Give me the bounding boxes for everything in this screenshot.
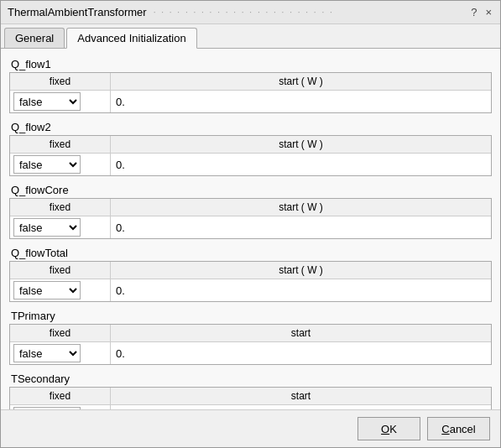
col-fixed-header-tprimary: fixed — [10, 325, 111, 341]
section-title-tprimary: TPrimary — [9, 307, 492, 324]
fixed-dropdown-q-flow2[interactable]: false true — [13, 155, 81, 174]
row-data-q-flow2: false true 0. — [10, 154, 491, 175]
cancel-button[interactable]: Cancel — [427, 417, 490, 440]
row-header-tsecondary: fixed start — [10, 388, 491, 405]
ok-underline-char: O — [381, 423, 389, 435]
title-bar-right: ? × — [469, 6, 493, 18]
start-value-q-flowtotal: 0. — [116, 284, 125, 297]
section-q-flowtotal: Q_flowTotal fixed start ( W ) false true… — [9, 244, 492, 302]
col-fixed-header-q-flow1: fixed — [10, 73, 111, 90]
ok-label-rest: K — [389, 423, 397, 435]
row-header-tprimary: fixed start — [10, 325, 491, 342]
section-title-q-flowcore: Q_flowCore — [9, 181, 492, 198]
tab-advanced-initialization[interactable]: Advanced Initialization — [66, 28, 196, 49]
section-body-tsecondary: fixed start false true 0. — [9, 387, 492, 409]
col-fixed-data-q-flowtotal: false true — [10, 279, 111, 301]
row-header-q-flowtotal: fixed start ( W ) — [10, 262, 491, 279]
col-fixed-data-q-flow1: false true — [10, 91, 111, 112]
col-start-header-tprimary: start — [111, 325, 491, 341]
col-fixed-data-tprimary: false true — [10, 342, 111, 364]
row-data-tprimary: false true 0. — [10, 342, 491, 364]
window-title: ThermalAmbientTransformer — [8, 6, 147, 18]
title-bar-left: ThermalAmbientTransformer · · · · · · · … — [8, 6, 337, 18]
section-q-flow2: Q_flow2 fixed start ( W ) false true 0. — [9, 118, 492, 176]
col-start-data-q-flow2: 0. — [111, 157, 491, 173]
section-body-q-flowtotal: fixed start ( W ) false true 0. — [9, 261, 492, 302]
col-start-data-q-flowcore: 0. — [111, 220, 491, 236]
fixed-dropdown-q-flow1[interactable]: false true — [13, 92, 81, 111]
start-value-q-flow2: 0. — [116, 159, 125, 171]
content-area: Q_flow1 fixed start ( W ) false true 0. — [1, 49, 500, 409]
fixed-dropdown-tprimary[interactable]: false true — [13, 344, 81, 362]
title-bar: ThermalAmbientTransformer · · · · · · · … — [1, 1, 500, 24]
cancel-underline-char: C — [441, 423, 449, 435]
col-fixed-header-q-flowtotal: fixed — [10, 262, 111, 279]
section-body-q-flow1: fixed start ( W ) false true 0. — [9, 72, 492, 113]
col-start-header-q-flow1: start ( W ) — [111, 73, 491, 90]
close-button[interactable]: × — [483, 6, 493, 18]
row-header-q-flow2: fixed start ( W ) — [10, 136, 491, 154]
col-fixed-header-q-flow2: fixed — [10, 136, 111, 153]
col-start-data-q-flowtotal: 0. — [111, 283, 491, 299]
section-title-tsecondary: TSecondary — [9, 370, 492, 387]
ok-button[interactable]: OK — [357, 417, 420, 440]
col-start-header-tsecondary: start — [111, 388, 491, 404]
tab-bar: General Advanced Initialization — [1, 24, 500, 49]
col-start-data-q-flow1: 0. — [111, 94, 491, 110]
col-fixed-data-q-flow2: false true — [10, 154, 111, 175]
row-header-q-flow1: fixed start ( W ) — [10, 73, 491, 91]
title-dots: · · · · · · · · · · · · · · · · · · · · … — [154, 8, 334, 17]
start-value-tprimary: 0. — [116, 347, 125, 360]
row-data-q-flow1: false true 0. — [10, 91, 491, 112]
tab-general[interactable]: General — [4, 28, 65, 48]
col-start-data-tprimary: 0. — [111, 346, 491, 362]
section-body-q-flowcore: fixed start ( W ) false true 0. — [9, 198, 492, 239]
row-header-q-flowcore: fixed start ( W ) — [10, 199, 491, 216]
section-title-q-flow1: Q_flow1 — [9, 55, 492, 72]
section-tsecondary: TSecondary fixed start false true 0. — [9, 370, 492, 409]
row-data-q-flowtotal: false true 0. — [10, 279, 491, 301]
section-q-flowcore: Q_flowCore fixed start ( W ) false true … — [9, 181, 492, 239]
section-tprimary: TPrimary fixed start false true 0. — [9, 307, 492, 365]
start-value-q-flow1: 0. — [116, 96, 125, 108]
section-q-flow1: Q_flow1 fixed start ( W ) false true 0. — [9, 55, 492, 113]
start-value-q-flowcore: 0. — [116, 221, 125, 234]
col-start-header-q-flowcore: start ( W ) — [111, 199, 491, 216]
footer: OK Cancel — [1, 409, 500, 447]
col-start-header-q-flowtotal: start ( W ) — [111, 262, 491, 279]
col-start-header-q-flow2: start ( W ) — [111, 136, 491, 153]
col-fixed-header-tsecondary: fixed — [10, 388, 111, 404]
main-window: ThermalAmbientTransformer · · · · · · · … — [0, 0, 501, 448]
row-data-q-flowcore: false true 0. — [10, 216, 491, 238]
col-fixed-header-q-flowcore: fixed — [10, 199, 111, 216]
fixed-dropdown-q-flowcore[interactable]: false true — [13, 218, 81, 237]
section-title-q-flow2: Q_flow2 — [9, 118, 492, 135]
section-body-tprimary: fixed start false true 0. — [9, 324, 492, 365]
cancel-label-rest: ancel — [450, 423, 476, 435]
help-button[interactable]: ? — [469, 6, 478, 18]
fixed-dropdown-q-flowtotal[interactable]: false true — [13, 281, 81, 300]
col-fixed-data-q-flowcore: false true — [10, 216, 111, 238]
section-title-q-flowtotal: Q_flowTotal — [9, 244, 492, 261]
section-body-q-flow2: fixed start ( W ) false true 0. — [9, 135, 492, 176]
